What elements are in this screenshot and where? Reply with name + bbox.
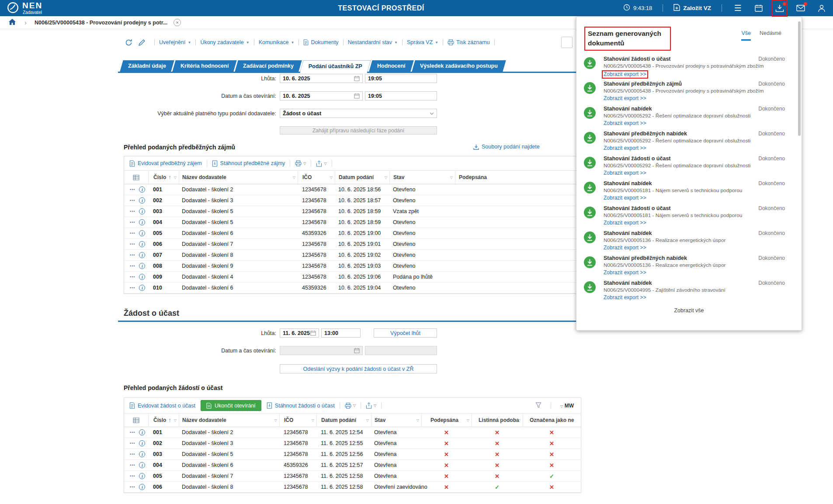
home-icon[interactable] (9, 19, 16, 26)
row-info-icon[interactable]: i (139, 440, 145, 446)
row-info-icon[interactable]: i (139, 451, 145, 457)
column-stav[interactable]: Stav▽ (389, 171, 455, 184)
generated-document-item[interactable]: Stahování nabídek Dokončeno N006/25/V000… (576, 102, 802, 127)
zobrazit-export-link[interactable]: Zobrazit export >> (604, 95, 646, 101)
filter-caret-icon[interactable]: ▽ (293, 176, 295, 180)
sort-asc-icon[interactable]: ↑ (168, 417, 171, 423)
tab-vse[interactable]: Vše (741, 30, 751, 41)
column-datum-podani[interactable]: Datum podání▽ (316, 414, 371, 427)
zobrazit-export-link[interactable]: Zobrazit export >> (604, 170, 646, 176)
filter-caret-icon[interactable]: ▽ (312, 418, 314, 422)
tab-nedavne[interactable]: Nedávné (760, 30, 781, 41)
table-row[interactable]: ••• i 004 Dodavatel - školení 5 12345678… (124, 217, 581, 228)
table-row[interactable]: ••• i 007 Dodavatel - školení 8 12345678… (124, 250, 581, 261)
row-info-icon[interactable]: i (139, 186, 145, 193)
evidovat-zadost-button[interactable]: Evidovat žádost o účast (129, 402, 195, 409)
filter-caret-icon[interactable]: ▽ (385, 176, 387, 180)
table-row[interactable]: ••• i 004 Dodavatel - školení 6 45359326… (124, 460, 581, 471)
filter-caret-icon[interactable]: ▽ (174, 418, 177, 422)
generated-document-item[interactable]: Stahování žádostí o účast Dokončeno N006… (576, 152, 802, 177)
sort-asc-icon[interactable]: ↑ (168, 174, 171, 180)
column-ico[interactable]: IČO▽ (279, 414, 316, 427)
row-info-icon[interactable]: i (139, 197, 145, 204)
menu-komunikace[interactable]: Komunikace▼ (259, 39, 295, 45)
panel-scrollbar-thumb[interactable] (798, 21, 801, 136)
close-record-icon[interactable]: ✕ (174, 19, 181, 26)
filter-caret-icon[interactable]: ▽ (174, 176, 177, 180)
column-podepsana[interactable]: Podepsána▽ (455, 171, 581, 184)
messages-button[interactable] (795, 3, 806, 14)
generated-document-item[interactable]: Stahování nabídek Dokončeno N006/25/V000… (576, 276, 802, 301)
column-nazev[interactable]: Název dodavatele▽ (179, 171, 298, 184)
create-vz-button[interactable]: Založit VZ (673, 4, 711, 12)
row-menu-button[interactable]: ••• (130, 474, 135, 478)
tab-kriteria-hodnoceni[interactable]: Kritéria hodnocení (172, 60, 237, 72)
menu-sprava-vz[interactable]: Správa VZ▼ (407, 39, 438, 45)
row-menu-button[interactable]: ••• (130, 463, 135, 467)
tab-zakladni-udaje[interactable]: Základní údaje (120, 60, 174, 72)
lhuta2-time-input[interactable]: 13:00 (321, 328, 361, 338)
filter-caret-icon[interactable]: ▽ (450, 176, 453, 180)
tab-podani-ucastniku-zp[interactable]: Podání účastníků ZP (300, 60, 371, 72)
generated-document-item[interactable]: Stahování nabídek Dokončeno N006/25/V000… (576, 177, 802, 202)
column-cislo[interactable]: Číslo↑▽ (148, 414, 179, 427)
zobrazit-export-link[interactable]: Zobrazit export >> (604, 269, 646, 276)
tab-vysledek-zadavaciho-postupu[interactable]: Výsledek zadávacího postupu (412, 60, 506, 72)
stahnout-zajmy-button[interactable]: Stáhnout předběžné zájmy (212, 160, 285, 167)
calendar-button[interactable] (753, 3, 764, 14)
generated-document-item[interactable]: Stahování předběžných zájmů Dokončeno N0… (576, 77, 802, 102)
menu-dokumenty[interactable]: Dokumenty (303, 39, 338, 45)
table-row[interactable]: ••• i 010 Dodavatel - školení 6 45359326… (124, 283, 581, 293)
row-menu-button[interactable]: ••• (130, 209, 135, 214)
zobrazit-export-link[interactable]: Zobrazit export >> (604, 120, 646, 126)
zobrazit-export-link[interactable]: Zobrazit export >> (604, 195, 646, 201)
row-info-icon[interactable]: i (139, 219, 145, 225)
oteviranai-time-input[interactable]: 19:05 (365, 91, 437, 100)
row-info-icon[interactable]: i (139, 252, 145, 258)
table-row[interactable]: ••• i 001 Dodavatel - školení 2 12345678… (124, 427, 581, 438)
menu-tisk-zaznamu[interactable]: Tisk záznamu (448, 39, 490, 45)
column-cislo[interactable]: Číslo↑▽ (148, 171, 179, 184)
generated-document-item[interactable]: Stahování žádostí o účast Dokončeno N006… (576, 202, 802, 227)
stahnout-zadosti-button[interactable]: Stáhnout žádosti o účast (267, 402, 335, 409)
row-info-icon[interactable]: i (139, 274, 145, 280)
table-row[interactable]: ••• i 002 Dodavatel - školení 3 12345678… (124, 438, 581, 449)
row-menu-button[interactable]: ••• (130, 275, 135, 279)
column-ico[interactable]: IČO▽ (298, 171, 335, 184)
user-button[interactable] (816, 3, 827, 14)
filter-caret-icon[interactable]: ▽ (274, 418, 277, 422)
row-info-icon[interactable]: i (139, 473, 145, 479)
history-icon[interactable] (124, 38, 133, 47)
row-menu-button[interactable]: ••• (130, 286, 135, 290)
oteviranai2-time-input[interactable] (365, 346, 437, 355)
generated-document-item[interactable]: Stahování žádostí o účast Dokončeno N006… (576, 52, 802, 77)
zobrazit-export-link[interactable]: Zobrazit export >> (604, 145, 646, 151)
zobrazit-export-link[interactable]: Zobrazit export >> (604, 71, 648, 77)
ukoncit-oteviranai-button[interactable]: Ukončit otevírání (201, 400, 261, 411)
row-menu-button[interactable]: ••• (130, 198, 135, 203)
evidovat-zajem-button[interactable]: Evidovat předběžný zájem (129, 160, 202, 167)
lhuta-date-input[interactable]: 10. 6. 2025 (280, 74, 363, 83)
row-menu-button[interactable]: ••• (130, 231, 135, 235)
row-info-icon[interactable]: i (139, 263, 145, 269)
table-row[interactable]: ••• i 003 Dodavatel - školení 5 12345678… (124, 206, 581, 217)
tab-zadavaci-podminky[interactable]: Zadávací podmínky (235, 60, 302, 72)
table-row[interactable]: ••• i 005 Dodavatel - školení 6 45359326… (124, 228, 581, 239)
column-oznacena[interactable]: Označena jako ne (523, 414, 581, 427)
main-menu-button[interactable]: ☰ (732, 3, 743, 14)
column-datum-podani[interactable]: Datum podání▽ (335, 171, 389, 184)
menu-uverejneni[interactable]: Uveřejnění▼ (159, 39, 191, 45)
filter-caret-icon[interactable]: ▽ (467, 418, 469, 422)
tab-hodnoceni[interactable]: Hodnocení (369, 60, 414, 72)
zobrazit-export-link[interactable]: Zobrazit export >> (604, 294, 646, 300)
table-row[interactable]: ••• i 005 Dodavatel - školení 7 12345678… (124, 471, 581, 482)
filter-caret-icon[interactable]: ▽ (416, 418, 419, 422)
row-menu-button[interactable]: ••• (130, 242, 135, 246)
filter-button[interactable] (535, 402, 541, 409)
table-row[interactable]: ••• i 002 Dodavatel - školení 3 12345678… (124, 195, 581, 206)
toolbar-overflow-button[interactable] (561, 37, 573, 48)
filter-caret-icon[interactable]: ▽ (518, 418, 521, 422)
table-row[interactable]: ••• i 006 Dodavatel - školení 7 12345678… (124, 239, 581, 250)
row-info-icon[interactable]: i (139, 484, 145, 490)
row-info-icon[interactable]: i (139, 462, 145, 468)
